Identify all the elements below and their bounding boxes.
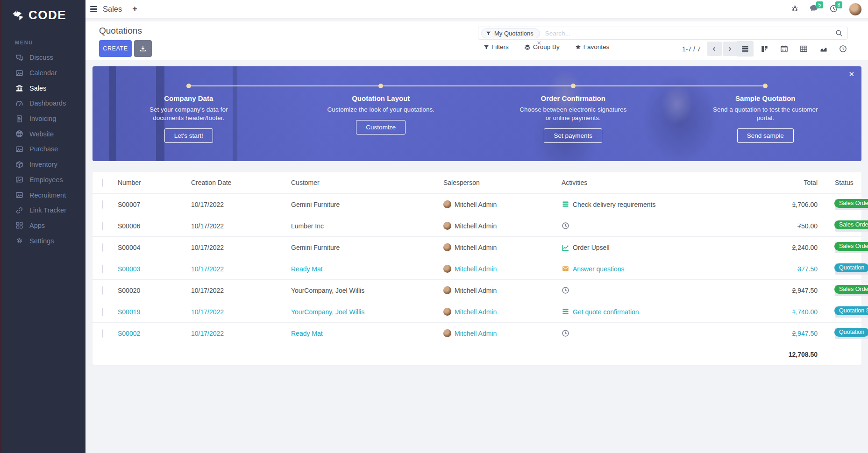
row-checkbox-cell bbox=[92, 330, 113, 337]
row-salesperson: Mitchell Admin bbox=[439, 222, 557, 230]
activity-label[interactable]: Answer questions bbox=[573, 265, 625, 273]
row-checkbox[interactable] bbox=[102, 286, 103, 295]
sidebar-item-label: Dashboards bbox=[29, 99, 66, 107]
row-status: Quotation bbox=[818, 263, 868, 275]
sidebar-item-discuss[interactable]: Discuss bbox=[2, 50, 85, 65]
chevron-left-icon bbox=[711, 46, 717, 52]
messages-icon[interactable]: 5 bbox=[810, 5, 818, 14]
step-description: Customize the look of your quotations. bbox=[326, 106, 436, 114]
column-header-number[interactable]: Number bbox=[113, 179, 186, 186]
row-checkbox[interactable] bbox=[102, 200, 103, 209]
column-header-salesperson[interactable]: Salesperson bbox=[439, 179, 557, 186]
filters-button[interactable]: Filters bbox=[484, 43, 509, 50]
quotation-row-S00002[interactable]: S0000210/17/2022Ready MatMitchell Admin2… bbox=[92, 322, 861, 344]
clock-icon bbox=[562, 286, 569, 294]
sidebar-item-label: Inventory bbox=[29, 161, 57, 168]
sidebar-item-recruitment[interactable]: Recruitment bbox=[2, 187, 85, 203]
row-customer: Gemini Furniture bbox=[286, 244, 439, 251]
column-header-creation-date[interactable]: Creation Date bbox=[186, 179, 286, 186]
status-badge-label: Sales Order bbox=[834, 220, 868, 229]
step-action-button[interactable]: Send sample bbox=[737, 128, 794, 143]
export-button[interactable] bbox=[134, 40, 152, 57]
salesperson-name: Mitchell Admin bbox=[455, 308, 497, 316]
column-header-total[interactable]: Total bbox=[720, 179, 818, 186]
status-badge: Sales Order bbox=[835, 199, 868, 210]
quotation-row-S00020[interactable]: S0002010/17/2022YourCompany, Joel Willis… bbox=[92, 279, 861, 301]
activity-label[interactable]: Get quote confirmation bbox=[573, 308, 639, 316]
quotation-row-S00019[interactable]: S0001910/17/2022YourCompany, Joel Willis… bbox=[92, 301, 861, 322]
activity-view-button[interactable] bbox=[834, 41, 852, 57]
currency-struck-digit: 2 bbox=[792, 244, 796, 251]
create-button[interactable]: CREATE bbox=[99, 40, 132, 57]
filter-funnel-icon bbox=[486, 31, 491, 36]
row-checkbox[interactable] bbox=[102, 243, 103, 252]
sidebar-item-calendar[interactable]: Calendar bbox=[2, 65, 85, 81]
step-action-button[interactable]: Let's start! bbox=[164, 128, 213, 143]
step-description: Set your company's data for documents he… bbox=[134, 106, 243, 122]
app-logo[interactable]: CODE bbox=[2, 0, 85, 22]
activities-clock-icon[interactable]: 8 bbox=[830, 5, 838, 14]
sidebar-item-inventory[interactable]: Inventory bbox=[2, 157, 85, 172]
filter-funnel-icon bbox=[484, 44, 489, 50]
hamburger-menu-icon[interactable] bbox=[90, 6, 97, 13]
list-view-button[interactable] bbox=[736, 41, 754, 57]
column-header-customer[interactable]: Customer bbox=[286, 179, 439, 186]
calendar-view-button[interactable] bbox=[776, 41, 793, 57]
pager-previous-button[interactable] bbox=[707, 42, 722, 56]
select-all-checkbox[interactable] bbox=[102, 178, 103, 187]
sidebar-item-website[interactable]: Website bbox=[2, 126, 85, 142]
salesperson-avatar bbox=[443, 329, 451, 337]
onboarding-step-company-data: Company DataSet your company's data for … bbox=[92, 66, 285, 161]
quotation-row-S00006[interactable]: S0000610/17/2022Lumber IncMitchell Admin… bbox=[92, 215, 861, 236]
add-tab-button[interactable]: + bbox=[132, 4, 137, 14]
graph-view-button[interactable] bbox=[815, 41, 832, 57]
search-bar[interactable]: My Quotations ✕ Search... bbox=[478, 27, 848, 40]
row-creation-date: 10/17/2022 bbox=[186, 201, 286, 208]
row-total: 750.00 bbox=[720, 222, 818, 230]
sidebar-item-purchase[interactable]: Purchase bbox=[2, 142, 85, 157]
group-by-button[interactable]: Group By bbox=[524, 43, 560, 50]
pager-next-button[interactable] bbox=[723, 42, 737, 56]
row-status: Quotation bbox=[818, 328, 868, 339]
topbar-app-name[interactable]: Sales bbox=[103, 5, 122, 14]
row-checkbox[interactable] bbox=[102, 222, 103, 230]
sidebar-item-settings[interactable]: Settings bbox=[2, 233, 85, 248]
kanban-view-button[interactable] bbox=[756, 41, 773, 57]
favorites-button[interactable]: Favorites bbox=[575, 43, 610, 50]
search-facet-my-quotations[interactable]: My Quotations ✕ bbox=[481, 28, 540, 38]
pivot-view-button[interactable] bbox=[795, 41, 812, 57]
sidebar-item-employees[interactable]: Employees bbox=[2, 172, 85, 188]
row-checkbox[interactable] bbox=[102, 329, 103, 338]
row-salesperson: Mitchell Admin bbox=[439, 200, 557, 208]
row-checkbox[interactable] bbox=[102, 308, 103, 316]
activity-label[interactable]: Order Upsell bbox=[573, 244, 610, 251]
sidebar-item-link-tracker[interactable]: Link Tracker bbox=[2, 203, 85, 218]
quotation-row-S00004[interactable]: S0000410/17/2022Gemini FurnitureMitchell… bbox=[92, 236, 861, 258]
row-activity: Order Upsell bbox=[557, 244, 720, 251]
sidebar-item-dashboards[interactable]: Dashboards bbox=[2, 96, 85, 111]
sidebar-item-sales[interactable]: Sales bbox=[2, 80, 85, 96]
column-header-activities[interactable]: Activities bbox=[557, 179, 720, 186]
column-header-status[interactable]: Status bbox=[818, 179, 861, 186]
debug-bug-icon[interactable] bbox=[791, 5, 798, 14]
step-action-button[interactable]: Customize bbox=[356, 120, 406, 134]
step-description: Choose between electronic signatures or … bbox=[518, 106, 628, 122]
sidebar-item-label: Apps bbox=[29, 222, 45, 229]
sidebar-item-label: Website bbox=[29, 130, 54, 138]
user-avatar[interactable] bbox=[849, 3, 862, 16]
step-action-button[interactable]: Set payments bbox=[544, 128, 602, 143]
salesperson-name: Mitchell Admin bbox=[455, 222, 497, 230]
sidebar-item-invoicing[interactable]: Invoicing bbox=[2, 111, 85, 127]
banner-close-icon[interactable]: ✕ bbox=[848, 70, 854, 78]
status-badge-label: Quotation bbox=[834, 263, 868, 272]
gauge-icon bbox=[15, 99, 23, 107]
sidebar-item-apps[interactable]: Apps bbox=[2, 218, 85, 234]
search-icon[interactable] bbox=[835, 29, 843, 37]
row-checkbox[interactable] bbox=[102, 265, 103, 273]
activity-label[interactable]: Check delivery requirements bbox=[573, 201, 655, 208]
salesperson-name: Mitchell Admin bbox=[455, 201, 497, 208]
menu-section-label: MENU bbox=[15, 40, 85, 45]
quotation-row-S00007[interactable]: S0000710/17/2022Gemini FurnitureMitchell… bbox=[92, 193, 861, 215]
quotation-row-S00003[interactable]: S0000310/17/2022Ready MatMitchell AdminA… bbox=[92, 258, 861, 279]
currency-struck-digit: 3 bbox=[797, 265, 801, 273]
